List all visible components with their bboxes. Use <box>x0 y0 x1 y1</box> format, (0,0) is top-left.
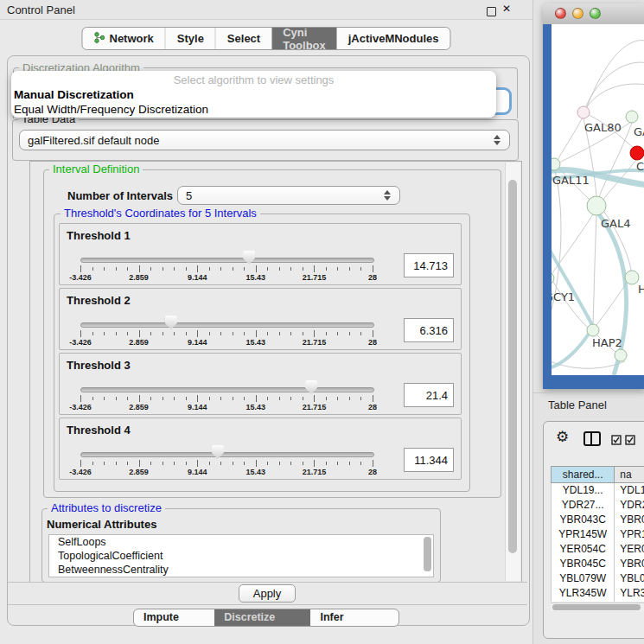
slider-ticks <box>80 265 373 272</box>
cell-shared-name[interactable]: YIL052C <box>552 601 615 602</box>
tab-network[interactable]: Network <box>82 28 164 49</box>
tab-discretize-data[interactable]: Discretize Data <box>214 609 310 626</box>
cell-shared-name[interactable]: YER054C <box>552 542 615 557</box>
cell-shared-name[interactable]: YPR145W <box>552 527 615 542</box>
num-intervals-combobox[interactable]: 5 <box>177 186 400 205</box>
slider-ticks <box>80 460 373 467</box>
algorithm-option-equal-width[interactable]: Equal Width/Frequency Discretization <box>14 103 208 116</box>
network-node[interactable] <box>587 324 599 336</box>
tab-jactivemnodules[interactable]: jActiveMNodules <box>337 28 450 49</box>
close-traffic-light[interactable] <box>555 8 566 19</box>
vertical-scrollbar-thumb[interactable] <box>508 180 517 553</box>
cell-name[interactable]: YLR3 <box>615 586 644 601</box>
table-header-row: shared... na <box>551 466 644 483</box>
slider-track[interactable] <box>80 258 374 263</box>
network-window-titlebar[interactable] <box>543 3 644 25</box>
attribute-list-item[interactable]: TopologicalCoefficient <box>49 549 433 563</box>
threshold-row: Threshold 4-3.4262.8599.14415.4321.71528… <box>59 418 462 480</box>
threshold-slider[interactable]: -3.4262.8599.14415.4321.71528 <box>80 224 373 286</box>
num-intervals-value: 5 <box>186 189 192 202</box>
vertical-scrollbar-track[interactable] <box>505 163 520 581</box>
cell-name[interactable]: YDL1 <box>615 483 644 498</box>
network-node-label: GCY1 <box>552 290 575 303</box>
tab-select[interactable]: Select <box>215 28 271 49</box>
network-node[interactable] <box>630 146 644 160</box>
attribute-list-item[interactable]: SelfLoops <box>49 535 433 549</box>
table-row[interactable]: YBL079WYBL0 <box>552 571 644 586</box>
network-node[interactable] <box>577 106 590 118</box>
slider-tick-labels: -3.4262.8599.14415.4321.71528 <box>80 338 373 348</box>
table-row[interactable]: YBR045CYBR0 <box>552 557 644 571</box>
cell-name[interactable]: YBL0 <box>615 571 644 586</box>
threshold-value-field[interactable]: 6.316 <box>404 318 454 342</box>
table-row[interactable]: YLR345WYLR3 <box>552 586 644 601</box>
cell-shared-name[interactable]: YDL19... <box>552 483 615 498</box>
cell-name[interactable]: YPR1 <box>615 527 644 542</box>
column-header-shared[interactable]: shared... <box>552 467 615 482</box>
cell-shared-name[interactable]: YBL079W <box>552 571 615 586</box>
tab-cyni-toolbox[interactable]: Cyni Toolbox <box>271 28 337 49</box>
network-canvas[interactable]: GAL80GACGAL11GAL4GCY1HHAP2 <box>552 24 644 375</box>
table-row[interactable]: YDR27...YDR2 <box>552 498 644 513</box>
tab-style[interactable]: Style <box>165 28 215 49</box>
threshold-value-field[interactable]: 14.713 <box>404 253 454 277</box>
horizontal-scrollbar-track[interactable] <box>551 603 644 611</box>
apply-row: Apply <box>8 582 527 605</box>
network-node[interactable] <box>625 271 639 284</box>
network-node[interactable] <box>587 196 606 215</box>
split-pane-icon[interactable] <box>583 431 601 446</box>
cell-shared-name[interactable]: YBR043C <box>552 513 615 527</box>
slider-tick-labels: -3.4262.8599.14415.4321.71528 <box>80 403 373 413</box>
tab-infer-network[interactable]: Infer Network <box>310 609 399 626</box>
list-scrollbar-thumb[interactable] <box>424 537 431 571</box>
table-body[interactable]: YDL19...YDL1YDR27...YDR2YBR043CYBR0YPR14… <box>551 483 644 602</box>
algorithm-prompt-item: Select algorithm to view settings <box>11 73 496 86</box>
cell-shared-name[interactable]: YBR045C <box>552 557 615 571</box>
cell-shared-name[interactable]: YLR345W <box>552 586 615 601</box>
cell-name[interactable]: YBR0 <box>615 513 644 527</box>
checkbox-icon[interactable] <box>625 433 635 449</box>
slider-track[interactable] <box>80 387 374 392</box>
cell-name[interactable]: YIL0 <box>615 601 644 602</box>
minimize-traffic-light[interactable] <box>572 8 583 19</box>
gear-icon[interactable]: ⚙ <box>556 428 569 446</box>
cell-name[interactable]: YBR0 <box>615 557 644 571</box>
attributes-group-title: Attributes to discretize <box>48 502 165 514</box>
cell-name[interactable]: YER0 <box>615 542 644 557</box>
table-row[interactable]: YIL052CYIL0 <box>552 601 644 602</box>
cell-shared-name[interactable]: YDR27... <box>552 498 615 513</box>
table-data-combobox[interactable]: galFiltered.sif default node <box>19 130 510 150</box>
table-row[interactable]: YDL19...YDL1 <box>552 483 644 498</box>
numerical-attributes-list[interactable]: SelfLoopsTopologicalCoefficientBetweenne… <box>48 534 434 577</box>
slider-ticks <box>80 395 373 402</box>
float-window-icon[interactable] <box>487 7 496 16</box>
slider-tick-labels: -3.4262.8599.14415.4321.71528 <box>80 273 373 284</box>
tab-impute-data[interactable]: Impute Data <box>134 609 214 626</box>
algorithm-option-manual[interactable]: Manual Discretization <box>14 88 134 101</box>
slider-track[interactable] <box>80 322 374 328</box>
node-table: shared... na YDL19...YDL1YDR27...YDR2YBR… <box>551 466 644 602</box>
threshold-slider[interactable]: -3.4262.8599.14415.4321.71528 <box>80 354 373 416</box>
threshold-slider[interactable]: -3.4262.8599.14415.4321.71528 <box>80 289 373 351</box>
checkbox-icon[interactable] <box>611 433 622 449</box>
close-icon[interactable]: ✕ <box>502 3 511 15</box>
horizontal-scrollbar-thumb[interactable] <box>552 604 641 610</box>
slider-track[interactable] <box>80 452 374 457</box>
attribute-list-item[interactable]: BetweennessCentrality <box>49 563 433 577</box>
thresholds-group-title: Threshold's Coordinates for 5 Intervals <box>61 207 260 220</box>
table-row[interactable]: YER054CYER0 <box>552 542 644 557</box>
network-node-label: GA <box>634 125 644 138</box>
zoom-traffic-light[interactable] <box>590 8 601 19</box>
network-node[interactable] <box>552 158 560 170</box>
table-row[interactable]: YBR043CYBR0 <box>552 513 644 527</box>
threshold-value-field[interactable]: 11.344 <box>404 448 454 472</box>
apply-button[interactable]: Apply <box>239 584 296 603</box>
threshold-slider[interactable]: -3.4262.8599.14415.4321.71528 <box>80 418 373 481</box>
column-header-name[interactable]: na <box>615 467 644 482</box>
threshold-value-field[interactable]: 21.4 <box>404 383 454 407</box>
network-node[interactable] <box>615 349 627 361</box>
network-node[interactable] <box>626 111 638 123</box>
table-panel-title: Table Panel <box>548 399 607 411</box>
cell-name[interactable]: YDR2 <box>615 498 644 513</box>
table-row[interactable]: YPR145WYPR1 <box>552 527 644 542</box>
